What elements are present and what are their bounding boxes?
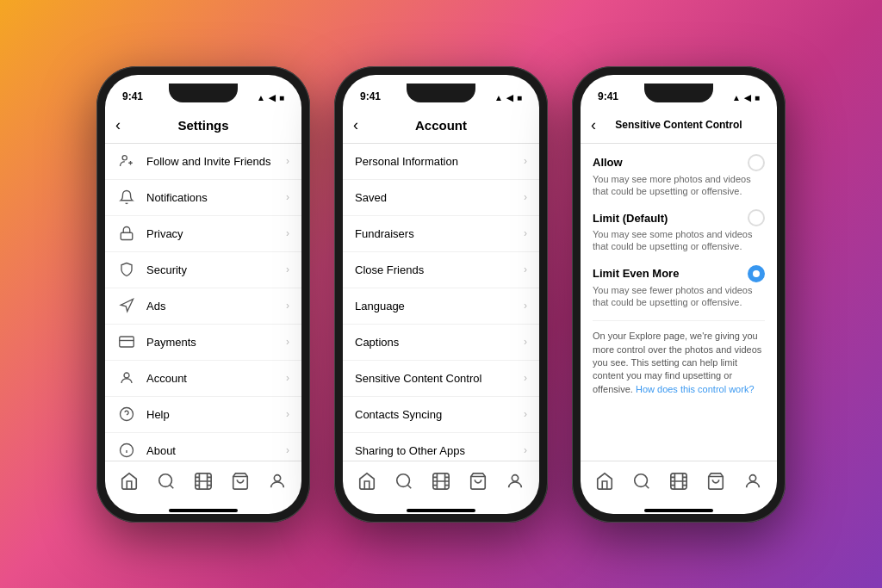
about-chevron: › [286,444,289,456]
follow-label: Follow and Invite Friends [146,155,283,168]
account-chevron: › [286,372,289,384]
ads-icon [117,296,136,315]
home-bar-2 [407,509,475,512]
wifi-icon-3: ◀ [744,93,751,102]
status-time-1: 9:41 [122,90,143,102]
privacy-icon [117,224,136,243]
settings-item-security[interactable]: Security › [105,252,301,288]
language-label: Language [355,300,520,313]
battery-icon: ■ [279,93,284,102]
status-icons-1: ▲ ◀ ■ [257,93,284,102]
limit-more-radio[interactable] [748,265,765,282]
account-item-contacts[interactable]: Contacts Syncing › [343,397,539,433]
account-item-fundraisers[interactable]: Fundraisers › [343,216,539,252]
personal-info-chevron: › [524,155,527,167]
tab-search-3[interactable] [630,469,654,493]
option-limit-more[interactable]: Limit Even More You may see fewer photos… [593,265,765,309]
close-friends-label: Close Friends [355,263,520,276]
info-link[interactable]: How does this control work? [636,384,755,394]
help-chevron: › [286,408,289,420]
settings-list: Follow and Invite Friends › Notification… [105,144,301,461]
tab-profile-1[interactable] [265,469,289,493]
security-chevron: › [286,263,289,275]
settings-item-about[interactable]: About › [105,433,301,461]
tab-search-2[interactable] [392,469,416,493]
tab-reel-2[interactable] [429,469,453,493]
tab-home-2[interactable] [355,469,379,493]
tab-home-1[interactable] [117,469,141,493]
option-allow[interactable]: Allow You may see more photos and videos… [593,154,765,198]
privacy-chevron: › [286,227,289,239]
settings-item-help[interactable]: Help › [105,397,301,433]
account-item-saved[interactable]: Saved › [343,180,539,216]
allow-radio[interactable] [748,154,765,171]
fundraisers-label: Fundraisers [355,227,520,240]
tab-shop-3[interactable] [704,469,728,493]
tab-profile-2[interactable] [503,469,527,493]
signal-icon-2: ▲ [494,93,503,102]
account-item-captions[interactable]: Captions › [343,325,539,361]
back-button-3[interactable]: ‹ [591,116,596,134]
tab-shop-2[interactable] [466,469,490,493]
account-item-language[interactable]: Language › [343,288,539,325]
tab-reel-1[interactable] [191,469,215,493]
captions-chevron: › [524,336,527,348]
notifications-icon [117,188,136,207]
status-time-2: 9:41 [360,90,381,102]
close-friends-chevron: › [524,263,527,275]
payments-icon [117,332,136,351]
status-icons-3: ▲ ◀ ■ [732,93,760,102]
svg-line-21 [645,485,649,488]
nav-header-2: ‹ Account [343,108,539,144]
sensitive-options: Allow You may see more photos and videos… [581,144,777,407]
settings-item-ads[interactable]: Ads › [105,288,301,325]
settings-item-notifications[interactable]: Notifications › [105,180,301,216]
svg-line-16 [407,485,411,488]
tab-reel-3[interactable] [667,469,691,493]
nav-header-3: ‹ Sensitive Content Control [581,108,777,144]
svg-rect-2 [120,337,134,347]
notch-2 [407,84,475,102]
account-icon [117,368,136,387]
sharing-label: Sharing to Other Apps [355,444,520,457]
settings-phone: 9:41 ▲ ◀ ■ ‹ Settings [96,66,310,523]
back-button-1[interactable]: ‹ [115,116,121,134]
settings-item-privacy[interactable]: Privacy › [105,216,301,252]
svg-point-24 [750,475,756,481]
limit-more-label: Limit Even More [593,267,679,280]
battery-icon-2: ■ [517,93,522,102]
svg-point-15 [397,474,410,487]
account-item-personal[interactable]: Personal Information › [343,144,539,180]
sensitive-label: Sensitive Content Control [355,372,520,385]
settings-item-payments[interactable]: Payments › [105,325,301,361]
tab-home-3[interactable] [593,469,617,493]
limit-more-desc: You may see fewer photos and videos that… [593,284,765,309]
account-item-sensitive[interactable]: Sensitive Content Control › [343,361,539,397]
sensitive-title: Sensitive Content Control [615,119,742,131]
sensitive-info-text: On your Explore page, we're giving you m… [593,320,765,396]
ads-label: Ads [146,300,283,313]
account-item-sharing[interactable]: Sharing to Other Apps › [343,433,539,461]
tab-bar-3 [581,461,777,509]
tab-search-1[interactable] [154,469,178,493]
svg-line-11 [170,485,173,488]
settings-item-account[interactable]: Account › [105,361,301,397]
settings-item-follow[interactable]: Follow and Invite Friends › [105,144,301,180]
notifications-chevron: › [286,191,289,203]
tab-shop-1[interactable] [228,469,252,493]
payments-chevron: › [286,336,289,348]
notch-3 [644,84,713,102]
language-chevron: › [524,300,527,312]
tab-profile-3[interactable] [741,469,765,493]
limit-default-label: Limit (Default) [593,212,668,225]
allow-label: Allow [593,156,623,169]
signal-icon: ▲ [257,93,265,102]
svg-point-14 [275,475,281,481]
captions-label: Captions [355,336,520,349]
account-item-close-friends[interactable]: Close Friends › [343,252,539,288]
svg-point-20 [635,474,648,487]
limit-default-radio[interactable] [748,209,765,226]
tab-bar-1 [105,461,301,509]
back-button-2[interactable]: ‹ [353,116,358,134]
option-limit-default[interactable]: Limit (Default) You may see some photos … [593,209,765,253]
